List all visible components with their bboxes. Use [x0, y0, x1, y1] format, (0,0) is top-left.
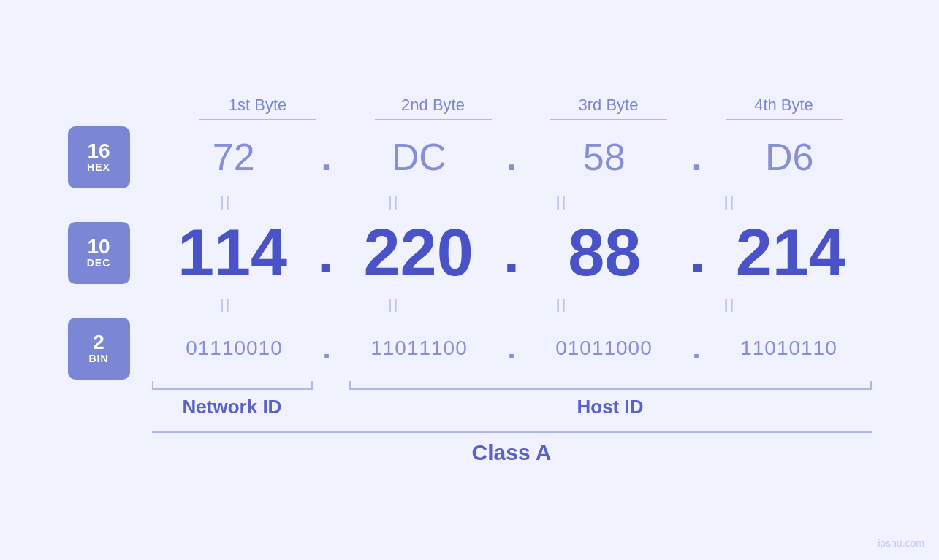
dec-byte-2: 220 [346, 215, 492, 291]
hex-byte-3: 58 [531, 135, 677, 179]
eq1: II [152, 192, 298, 215]
hex-badge: 16 HEX [68, 126, 130, 188]
bin-dot-3: . [692, 334, 700, 363]
eq2: II [320, 192, 466, 215]
eq8: II [656, 294, 802, 318]
bin-byte-2: 11011100 [346, 337, 492, 360]
main-container: 1st Byte 2nd Byte 3rd Byte 4th Byte 16 H… [68, 96, 872, 465]
host-id-group: Host ID [349, 388, 872, 418]
byte-header-3: 3rd Byte [536, 96, 682, 120]
hex-dot-3: . [691, 138, 702, 176]
network-id-label: Network ID [183, 396, 282, 418]
byte-headers: 1st Byte 2nd Byte 3rd Byte 4th Byte [170, 96, 872, 120]
bin-dot-1: . [322, 334, 330, 363]
bin-badge: 2 BIN [68, 318, 130, 380]
dec-byte-4: 214 [718, 215, 864, 291]
bin-values: 01110010 . 11011100 . 01011000 . 1101011… [152, 334, 872, 363]
network-id-group: Network ID [152, 388, 313, 418]
dec-byte-3: 88 [531, 215, 677, 291]
equals-hex-dec: II II II II [152, 192, 872, 215]
eq3: II [488, 192, 634, 215]
hex-values: 72 . DC . 58 . D6 [152, 135, 872, 179]
id-labels-row: Network ID Host ID [152, 388, 872, 418]
bin-byte-4: 11010110 [715, 337, 862, 360]
byte-header-2: 2nd Byte [360, 96, 506, 120]
hex-row: 16 HEX 72 . DC . 58 . D6 [68, 126, 872, 188]
eq7: II [488, 294, 634, 318]
dec-dot-1: . [317, 223, 333, 282]
id-section: Network ID Host ID [152, 388, 872, 418]
bin-dot-2: . [507, 334, 515, 363]
eq5: II [152, 294, 298, 318]
bin-byte-3: 01011000 [531, 337, 677, 360]
dec-dot-3: . [689, 223, 705, 282]
hex-byte-4: D6 [716, 135, 862, 179]
hex-byte-1: 72 [161, 135, 307, 179]
dec-values: 114 . 220 . 88 . 214 [152, 215, 872, 291]
class-label: Class A [152, 440, 872, 465]
hex-dot-1: . [321, 138, 331, 176]
byte-header-4: 4th Byte [711, 96, 857, 120]
bin-row: 2 BIN 01110010 . 11011100 . 01011000 . 1… [68, 318, 872, 380]
dec-badge: 10 DEC [68, 222, 130, 284]
watermark: ipshu.com [878, 537, 924, 549]
class-section: Class A [152, 431, 872, 465]
eq4: II [656, 192, 802, 215]
dec-byte-1: 114 [159, 215, 305, 291]
host-id-bracket [349, 388, 872, 390]
byte-header-1: 1st Byte [185, 96, 331, 120]
dec-dot-2: . [503, 223, 520, 282]
host-id-label: Host ID [577, 396, 644, 418]
dec-row: 10 DEC 114 . 220 . 88 . 214 [68, 215, 872, 291]
equals-dec-bin: II II II II [152, 294, 872, 318]
hex-byte-2: DC [346, 135, 492, 179]
eq6: II [320, 294, 466, 318]
network-id-bracket [152, 388, 313, 390]
hex-dot-2: . [506, 138, 517, 176]
bin-byte-1: 01110010 [161, 337, 307, 360]
